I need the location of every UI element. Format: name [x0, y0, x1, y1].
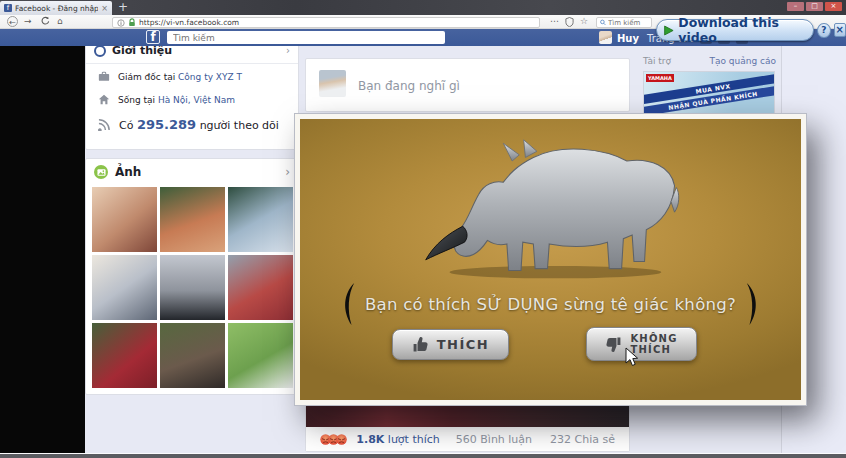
followers-count: 295.289 — [137, 117, 196, 132]
url-bar[interactable]: https://vi-vn.facebook.com — [112, 17, 540, 28]
mouse-cursor — [625, 347, 639, 367]
browser-tab-bar: f Facebook - Đăng nhập hoặc đă × + – □ × — [0, 0, 846, 15]
tab-close-icon[interactable]: × — [101, 4, 108, 13]
facebook-logo[interactable]: f — [146, 30, 160, 44]
overflow-menu-icon[interactable]: ⋯ — [550, 16, 559, 26]
post-footer: 1.8K lượt thích 560 Bình luận 232 Chia s… — [306, 427, 629, 451]
download-overlay: Download this video ? × — [656, 19, 846, 41]
info-icon — [117, 19, 125, 27]
screen: f Facebook - Đăng nhập hoặc đă × + – □ ×… — [0, 0, 846, 458]
about-chevron-icon[interactable]: › — [286, 45, 290, 56]
like-label: THÍCH — [437, 337, 490, 352]
photo-thumbnail[interactable] — [228, 255, 293, 320]
about-lives-row: Sống tại Hà Nội, Việt Nam — [98, 94, 235, 106]
lives-link[interactable]: Hà Nội, Việt Nam — [158, 95, 235, 105]
popup-question: Bạn có thích SỬ DỤNG sừng tê giác không? — [365, 295, 736, 314]
photo-thumbnail[interactable] — [160, 187, 225, 252]
house-icon — [98, 94, 110, 106]
like-button[interactable]: THÍCH — [392, 329, 509, 360]
dislike-button[interactable]: KHÔNG THÍCH — [586, 327, 697, 361]
window-controls: – □ × — [787, 2, 842, 11]
rhino-illustration — [401, 131, 701, 285]
photo-thumbnail[interactable] — [92, 187, 157, 252]
composer-avatar — [319, 70, 346, 97]
maximize-button[interactable]: □ — [806, 2, 823, 11]
download-video-button[interactable]: Download this video — [656, 19, 814, 41]
browser-search-input[interactable] — [608, 19, 648, 27]
sponsored-label: Tài trợ — [643, 56, 671, 66]
minimize-button[interactable]: – — [787, 2, 804, 11]
browser-tab[interactable]: f Facebook - Đăng nhập hoặc đă × — [0, 1, 112, 15]
bookmark-star-icon[interactable]: ☆ — [580, 16, 588, 26]
about-followers-row: Có 295.289 người theo dõi — [98, 117, 279, 132]
popup-question-row: Bạn có thích SỬ DỤNG sừng tê giác không? — [300, 282, 801, 326]
photo-thumbnail[interactable] — [92, 323, 157, 388]
briefcase-icon — [98, 71, 110, 82]
about-icon — [94, 45, 106, 57]
thumb-down-icon — [605, 336, 622, 353]
forward-icon[interactable]: → — [24, 16, 32, 27]
create-ad-link[interactable]: Tạo quảng cáo — [709, 56, 776, 66]
new-tab-button[interactable]: + — [118, 0, 128, 14]
likes-count[interactable]: 1.8K lượt thích — [356, 433, 439, 446]
home-icon[interactable]: ⌂ — [57, 16, 63, 27]
photos-title[interactable]: Ảnh — [115, 165, 278, 179]
back-icon[interactable]: ← — [7, 16, 18, 27]
sponsored-header: Tài trợ Tạo quảng cáo — [643, 56, 776, 66]
job-link[interactable]: Công ty XYZ T — [178, 72, 242, 82]
nav-user-name[interactable]: Huy — [617, 33, 639, 44]
composer-card: Bạn đang nghĩ gì — [305, 58, 630, 112]
photo-thumbnail[interactable] — [228, 187, 293, 252]
shield-icon[interactable] — [565, 17, 574, 29]
photo-thumbnail[interactable] — [92, 255, 157, 320]
photos-card: Ảnh › — [85, 158, 299, 395]
photo-thumbnail[interactable] — [160, 255, 225, 320]
bottom-bar — [0, 453, 846, 458]
url-text: https://vi-vn.facebook.com — [139, 18, 239, 27]
left-black-strip — [0, 46, 85, 453]
comments-count[interactable]: 560 Bình luận — [456, 433, 532, 446]
refresh-icon[interactable] — [40, 16, 50, 29]
post-card-bottom: 1.8K lượt thích 560 Bình luận 232 Chia s… — [305, 400, 630, 452]
download-help-button[interactable]: ? — [817, 23, 830, 38]
rhino-popup: Bạn có thích SỬ DỤNG sừng tê giác không?… — [295, 114, 806, 405]
sponsored-ad[interactable]: YAMAHA MUA NVX NHẬN QUÀ PHẤN KHÍCH — [643, 71, 775, 119]
photos-chevron-icon[interactable]: › — [285, 165, 290, 179]
photo-thumbnail[interactable] — [228, 323, 293, 388]
about-job-row: Giám đốc tại Công ty XYZ T — [98, 71, 242, 82]
angry-reaction-icon — [336, 432, 347, 447]
about-card: Giới thiệu › Giám đốc tại Công ty XYZ T … — [85, 40, 299, 150]
facebook-favicon: f — [4, 4, 12, 12]
dislike-label-line1: KHÔNG — [630, 333, 677, 345]
photo-grid — [92, 187, 293, 388]
rss-icon — [98, 118, 111, 131]
horn-paren-right-icon — [744, 282, 762, 326]
composer-placeholder[interactable]: Bạn đang nghĩ gì — [358, 79, 460, 93]
browser-search-box[interactable] — [596, 17, 652, 28]
horn-paren-left-icon — [339, 282, 357, 326]
nav-avatar[interactable] — [599, 31, 612, 44]
thumb-up-icon — [412, 336, 429, 353]
photos-icon — [94, 165, 108, 179]
download-close-button[interactable]: × — [834, 23, 846, 37]
ad-brand-logo: YAMAHA — [646, 74, 674, 82]
tab-title: Facebook - Đăng nhập hoặc đă — [15, 4, 98, 13]
facebook-search-input[interactable] — [167, 31, 445, 44]
window-close-button[interactable]: × — [825, 2, 842, 11]
lock-icon — [128, 18, 136, 27]
photo-thumbnail[interactable] — [160, 323, 225, 388]
play-icon — [663, 24, 674, 37]
shares-count[interactable]: 232 Chia sẻ — [550, 433, 615, 446]
search-icon — [600, 19, 606, 26]
download-video-label: Download this video — [678, 15, 803, 45]
